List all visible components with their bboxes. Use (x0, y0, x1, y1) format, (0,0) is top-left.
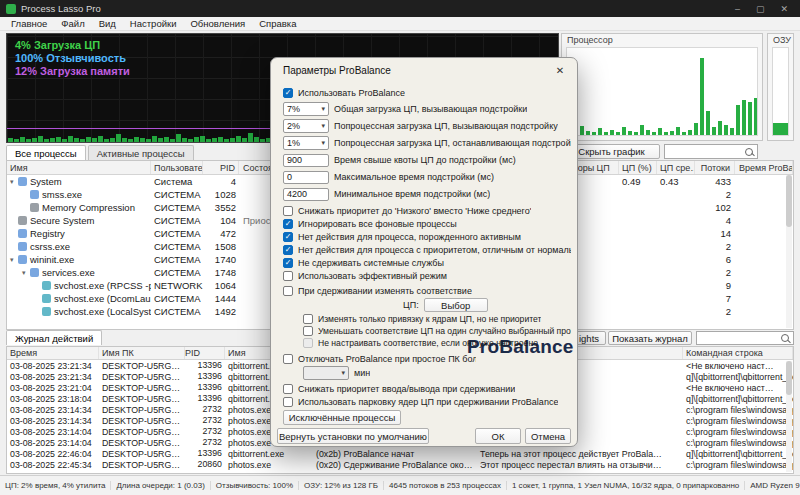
choose-cpu-button[interactable]: Выбор (424, 298, 488, 312)
dropdown-select[interactable]: 1%▾ (283, 136, 329, 150)
dialog-row: ✓Игнорировать все фоновые процессы (283, 217, 571, 230)
use-probalance-checkbox[interactable]: ✓ (283, 88, 293, 98)
expander-icon[interactable]: ▾ (10, 178, 18, 186)
core-usage-bar (580, 126, 584, 135)
use-probalance-label: Использовать ProBalance (298, 88, 405, 98)
field-label: Попроцессная загрузка ЦП, вызывающая под… (334, 121, 558, 131)
field-label: Минимальное время подстройки (мс) (334, 189, 490, 199)
checkbox[interactable]: ✓ (283, 258, 293, 268)
column-header-cpu[interactable]: ЦП (%) (619, 161, 657, 174)
menu-item[interactable]: Справка (252, 18, 303, 29)
graph-overlay-text: 100% Отзывчивость (15, 52, 130, 64)
cpu-history-bar (14, 139, 19, 142)
checkbox[interactable] (283, 271, 293, 281)
process-table-scrollbar[interactable] (786, 175, 792, 328)
checkbox[interactable]: ✓ (283, 245, 293, 255)
journal-column-header-pid[interactable]: PID (185, 347, 225, 359)
process-name: smss.exe (42, 189, 82, 200)
scrollbar-thumb[interactable] (786, 361, 792, 395)
pid-cell: 1740 (203, 253, 239, 266)
column-header-user[interactable]: Пользовател… (151, 161, 203, 174)
core-usage-bar (730, 128, 734, 135)
journal-search-input[interactable] (696, 331, 794, 345)
journal-column-header-pc[interactable]: Имя ПК (99, 347, 185, 359)
maximize-icon[interactable]: ▢ (756, 4, 765, 14)
journal-cell-name: photos.exe (225, 460, 313, 470)
core-usage-bar (682, 132, 686, 135)
journal-column-header-time[interactable]: Время (7, 347, 99, 359)
journal-cell-pc: DESKTOP-U5RG… (99, 449, 185, 459)
menu-item[interactable]: Вид (92, 18, 123, 29)
dialog-row: 1%▾Попроцессная загрузка ЦП, останавлива… (283, 136, 571, 150)
per-core-chart (566, 47, 758, 136)
process-search-input[interactable] (664, 144, 758, 159)
column-header-avg[interactable]: ЦП сре… (657, 161, 695, 174)
menu-item[interactable]: Настройки (123, 18, 184, 29)
cpu-avg-cell: 0.43 (657, 176, 695, 187)
cancel-button[interactable]: Отмена (525, 428, 571, 444)
cpu-history-bar (98, 136, 103, 142)
tab-action-journal[interactable]: Журнал действий (6, 330, 102, 345)
close-icon[interactable]: ✕ (780, 4, 788, 14)
tab-all-processes[interactable]: Все процессы (6, 145, 86, 160)
checkbox[interactable] (283, 206, 293, 216)
dialog-row: Не настраивать соответствие, если оно уж… (303, 336, 571, 349)
minimize-icon[interactable]: – (735, 4, 740, 14)
cpu-history-bar (20, 137, 25, 142)
number-input[interactable]: 0 (283, 171, 329, 184)
cpu-history-bar (86, 137, 91, 142)
checkbox[interactable]: ✓ (283, 219, 293, 229)
restore-defaults-button[interactable]: Вернуть установки по умолчанию (277, 428, 429, 444)
dialog-row: 0Максимальное время подстройки (мс) (283, 170, 571, 184)
journal-cell-cmd: q]\[qbittorrent]\qbittorrent_portable_x… (683, 449, 793, 459)
number-input[interactable]: 4200 (283, 188, 329, 201)
journal-cell-pid: 13396 (185, 382, 225, 393)
cpu-history-bar (254, 137, 259, 142)
core-usage-bar (718, 121, 722, 135)
process-name: csrss.exe (30, 241, 70, 252)
cpu-history-bar (38, 136, 43, 142)
dropdown-select[interactable]: 7%▾ (283, 102, 329, 116)
show-log-button[interactable]: Показать журнал (608, 331, 692, 345)
cpu-history-bar (68, 136, 73, 142)
menu-item[interactable]: Обновления (183, 18, 252, 29)
menu-item[interactable]: Файл (54, 18, 91, 29)
cpu-history-bar (50, 138, 55, 142)
journal-row[interactable]: 03-08-2025 22:45:34DESKTOP-U5RG…20860pho… (7, 459, 793, 470)
cpu-history-bar (164, 137, 169, 142)
journal-cell-cmd: <Не включено наст… (683, 383, 793, 393)
core-usage-bar (640, 125, 644, 135)
journal-column-header-cmd[interactable]: Командная строка (683, 347, 793, 359)
affinity-checkbox[interactable] (283, 286, 293, 296)
column-header-name[interactable]: Имя (7, 161, 151, 174)
expander-icon[interactable]: ▾ (22, 269, 30, 277)
journal-scrollbar[interactable] (786, 361, 792, 472)
dialog-close-icon[interactable]: ✕ (543, 58, 577, 82)
dialog-row: 7%▾Общая загрузка ЦП, вызывающая подстро… (283, 102, 571, 116)
cpu-history-bar (260, 139, 265, 142)
scrollbar-thumb[interactable] (786, 175, 792, 227)
idle-minutes-select[interactable]: ▾ (303, 366, 349, 380)
tab-active-processes[interactable]: Активные процессы (88, 145, 194, 160)
cpu-history-bar (152, 136, 157, 142)
title-bar: Process Lasso Pro – ▢ ✕ (0, 0, 800, 17)
menu-item[interactable]: Главное (4, 18, 54, 29)
core-usage-bar (664, 132, 668, 135)
process-name-cell: smss.exe (7, 189, 151, 200)
checkbox[interactable] (303, 326, 313, 336)
idle-checkbox[interactable] (283, 354, 293, 364)
checkbox[interactable] (283, 397, 293, 407)
journal-row[interactable]: 03-08-2025 22:46:04DESKTOP-U5RG…13396qbi… (7, 448, 793, 459)
excluded-processes-button[interactable]: Исключённые процессы (283, 410, 401, 425)
column-header-thr[interactable]: Потоки (695, 161, 735, 174)
checkbox[interactable] (283, 384, 293, 394)
checkbox[interactable] (303, 314, 313, 324)
column-header-pb[interactable]: Время ProBala… (735, 161, 793, 174)
ok-button[interactable]: ОК (475, 428, 521, 444)
cpu-history-bar (224, 139, 229, 142)
checkbox[interactable]: ✓ (283, 232, 293, 242)
expander-icon[interactable]: ▾ (10, 256, 18, 264)
dropdown-select[interactable]: 2%▾ (283, 119, 329, 133)
column-header-pid[interactable]: PID (203, 161, 239, 174)
number-input[interactable]: 900 (283, 154, 329, 167)
